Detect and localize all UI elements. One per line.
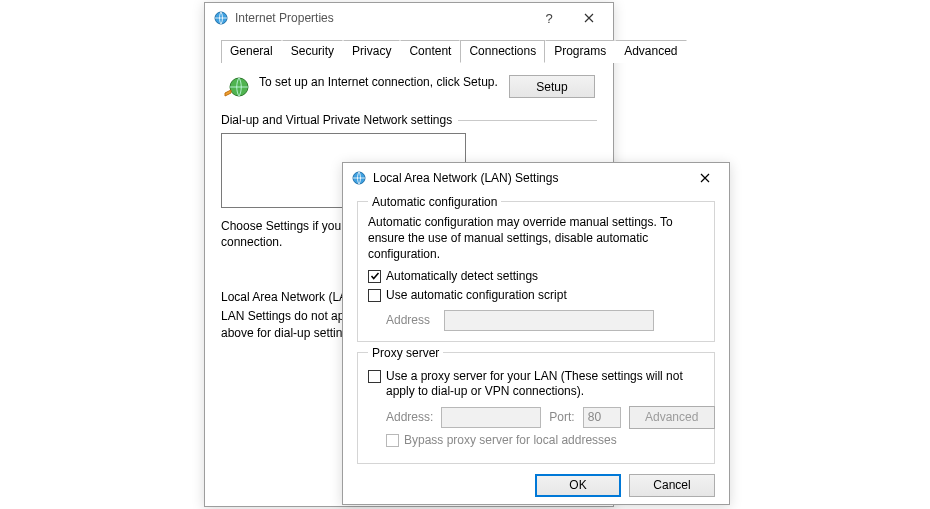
proxy-server-group: Proxy server Use a proxy server for your… <box>357 352 715 464</box>
use-proxy-row: Use a proxy server for your LAN (These s… <box>368 369 704 400</box>
script-address-input <box>444 310 654 331</box>
tab-security[interactable]: Security <box>282 40 343 63</box>
proxy-address-label: Address: <box>386 410 433 424</box>
internet-options-icon <box>351 170 367 186</box>
dialup-heading-text: Dial-up and Virtual Private Network sett… <box>221 113 452 127</box>
auto-script-row: Use automatic configuration script <box>368 288 704 304</box>
divider <box>458 120 597 121</box>
lan-settings-dialog: Local Area Network (LAN) Settings Automa… <box>342 162 730 505</box>
proxy-address-input <box>441 407 541 428</box>
tab-programs[interactable]: Programs <box>545 40 615 63</box>
bypass-checkbox <box>386 434 399 447</box>
close-button[interactable] <box>685 163 725 193</box>
internet-options-icon <box>213 10 229 26</box>
bypass-row: Bypass proxy server for local addresses <box>386 433 704 449</box>
advanced-button: Advanced <box>629 406 715 429</box>
titlebar: Internet Properties ? <box>205 3 613 33</box>
script-address-row: Address <box>386 310 704 331</box>
use-proxy-label: Use a proxy server for your LAN (These s… <box>386 369 704 400</box>
dialog-body: Automatic configuration Automatic config… <box>343 193 729 509</box>
dialup-heading: Dial-up and Virtual Private Network sett… <box>221 113 597 127</box>
proxy-address-row: Address: Port: Advanced <box>386 406 704 429</box>
bypass-label: Bypass proxy server for local addresses <box>404 433 617 449</box>
setup-button[interactable]: Setup <box>509 75 595 98</box>
help-button[interactable]: ? <box>529 3 569 33</box>
tab-advanced[interactable]: Advanced <box>615 40 686 63</box>
close-button[interactable] <box>569 3 609 33</box>
auto-detect-checkbox[interactable] <box>368 270 381 283</box>
group-legend: Automatic configuration <box>368 195 501 209</box>
automatic-configuration-group: Automatic configuration Automatic config… <box>357 201 715 342</box>
auto-script-label: Use automatic configuration script <box>386 288 567 304</box>
setup-row: To set up an Internet connection, click … <box>223 75 595 103</box>
ok-button[interactable]: OK <box>535 474 621 497</box>
group-legend: Proxy server <box>368 346 443 360</box>
proxy-port-input <box>583 407 621 428</box>
tab-content[interactable]: Content <box>400 40 460 63</box>
tab-strip: General Security Privacy Content Connect… <box>221 39 597 63</box>
window-title: Local Area Network (LAN) Settings <box>373 171 685 185</box>
auto-detect-label: Automatically detect settings <box>386 269 538 285</box>
script-address-label: Address <box>386 313 436 327</box>
tab-connections[interactable]: Connections <box>460 40 545 63</box>
auto-config-description: Automatic configuration may override man… <box>368 214 704 263</box>
globe-icon <box>223 75 251 103</box>
window-title: Internet Properties <box>235 11 529 25</box>
proxy-port-label: Port: <box>549 410 574 424</box>
tab-general[interactable]: General <box>221 40 282 63</box>
tab-privacy[interactable]: Privacy <box>343 40 400 63</box>
auto-detect-row: Automatically detect settings <box>368 269 704 285</box>
cancel-button[interactable]: Cancel <box>629 474 715 497</box>
setup-instruction-text: To set up an Internet connection, click … <box>259 75 501 91</box>
auto-script-checkbox[interactable] <box>368 289 381 302</box>
use-proxy-checkbox[interactable] <box>368 370 381 383</box>
dialog-buttons: OK Cancel <box>357 474 715 497</box>
titlebar: Local Area Network (LAN) Settings <box>343 163 729 193</box>
